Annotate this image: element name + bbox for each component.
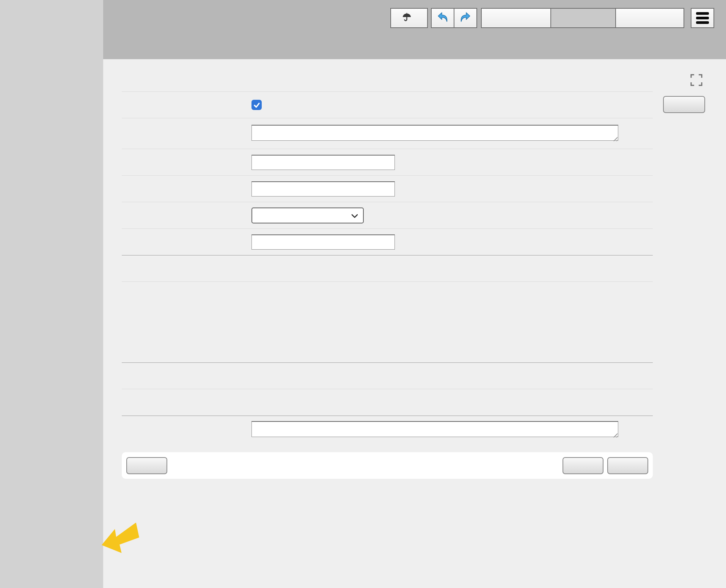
toolbar [390, 8, 714, 28]
comment-input[interactable] [251, 125, 618, 141]
redo-button[interactable] [454, 8, 477, 28]
apply-button[interactable] [563, 457, 603, 474]
policy-row [122, 281, 653, 362]
undo-icon [437, 11, 448, 25]
menu-button[interactable] [691, 8, 714, 28]
undo-redo-group [431, 8, 477, 28]
on-event-input[interactable] [251, 421, 618, 437]
hamburger-icon [696, 12, 709, 24]
run-count-row [122, 362, 653, 389]
tab-webfig[interactable] [550, 8, 616, 28]
interval-input[interactable] [251, 234, 395, 250]
undo-button[interactable] [431, 8, 454, 28]
tab-terminal[interactable] [615, 8, 684, 28]
safe-mode-button[interactable] [390, 8, 428, 28]
header-band [103, 0, 726, 59]
start-time-row [122, 202, 653, 228]
interval-row [122, 228, 653, 255]
on-event-row [122, 415, 653, 443]
action-button-bar [122, 452, 653, 479]
mode-tabs [481, 8, 684, 28]
remove-button[interactable] [663, 96, 705, 113]
name-row [122, 149, 653, 175]
chevron-down-icon [351, 210, 358, 220]
schedule-form [122, 59, 653, 443]
name-input[interactable] [251, 155, 395, 170]
redo-icon [460, 11, 471, 25]
start-time-select[interactable] [251, 208, 364, 223]
app-window [0, 0, 726, 588]
start-date-input[interactable] [251, 181, 395, 197]
start-date-row [122, 175, 653, 202]
ok-button[interactable] [607, 457, 648, 474]
enabled-row [122, 91, 653, 118]
owner-row [122, 255, 653, 281]
next-run-row [122, 389, 653, 415]
highlight-arrow [101, 523, 140, 555]
main-area [103, 0, 726, 588]
schedule-detail-panel [103, 59, 726, 588]
tab-quick-set[interactable] [481, 8, 551, 28]
comment-row [122, 118, 653, 149]
fullscreen-icon [689, 73, 704, 89]
fullscreen-button[interactable] [689, 73, 704, 88]
cancel-button[interactable] [126, 457, 167, 474]
sidebar [0, 0, 103, 588]
enabled-checkbox[interactable] [251, 100, 262, 110]
umbrella-icon [402, 12, 412, 24]
